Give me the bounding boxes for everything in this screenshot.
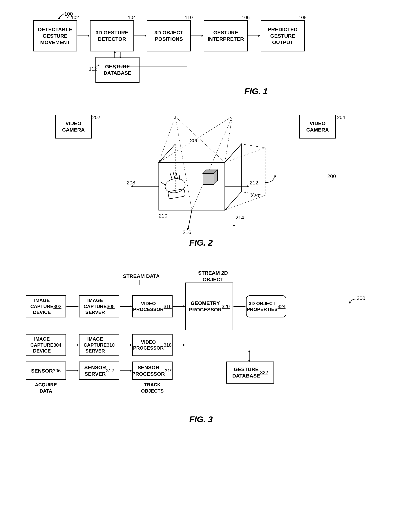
svg-marker-53 xyxy=(233,225,235,227)
svg-marker-6 xyxy=(145,35,147,37)
fig2-camera-left: VIDEOCAMERA xyxy=(55,115,92,139)
fig3-ics308: IMAGECAPTURESERVER 308 xyxy=(79,295,119,317)
fig3-sensorserver312: SENSORSERVER 312 xyxy=(79,361,119,380)
svg-marker-8 xyxy=(202,35,203,37)
fig1-ref-110: 110 xyxy=(185,15,193,20)
fig3-stream-data-label: STREAM DATA xyxy=(123,273,160,279)
svg-text:216: 216 xyxy=(183,229,191,235)
fig2-ref-204: 204 xyxy=(337,115,345,120)
fig3-sp319: SENSORPROCESSOR319 xyxy=(132,361,173,380)
svg-rect-44 xyxy=(168,189,186,199)
svg-line-39 xyxy=(170,173,172,180)
fig1-interpreter: GESTUREINTERPRETER xyxy=(204,20,248,51)
svg-text:220: 220 xyxy=(251,193,259,198)
fig3-arrow-vp316-geom xyxy=(173,304,186,309)
fig3-vp316: VIDEOPROCESSOR316 xyxy=(132,295,173,317)
svg-marker-24 xyxy=(225,144,241,210)
svg-marker-51 xyxy=(247,185,249,187)
fig2-section: 200 202 VIDEOCAMERA 204 VIDEOCAMERA xyxy=(15,111,387,248)
fig3-vp318: VIDEOPROCESSOR318 xyxy=(132,334,173,356)
svg-marker-78 xyxy=(130,344,132,346)
fig1-predicted: PREDICTEDGESTUREOUTPUT xyxy=(261,20,305,51)
svg-rect-45 xyxy=(203,173,214,184)
svg-line-32 xyxy=(159,116,175,162)
fig3-arrow-ss-sp xyxy=(119,368,132,374)
svg-marker-68 xyxy=(77,305,79,308)
fig1-arrow-2 xyxy=(134,33,147,38)
fig3-arrow-icd304-ics310 xyxy=(66,342,79,348)
svg-line-28 xyxy=(225,196,265,210)
fig3-arrow-geom-3dobj xyxy=(233,304,246,309)
svg-marker-74 xyxy=(244,305,246,308)
svg-marker-70 xyxy=(130,305,132,308)
svg-marker-84 xyxy=(130,370,132,372)
svg-line-37 xyxy=(192,116,232,210)
svg-text:214: 214 xyxy=(235,215,244,221)
fig1-ref-108: 108 xyxy=(299,15,307,20)
svg-marker-80 xyxy=(183,344,185,346)
fig2-camera-right: VIDEOCAMERA xyxy=(299,115,336,139)
fig1-section: 100 102 DETECTABLEGESTUREMOVEMENT 104 3 xyxy=(15,11,387,96)
svg-line-34 xyxy=(175,116,192,210)
svg-text:208: 208 xyxy=(127,180,135,185)
fig1-ref102-arrow xyxy=(66,15,72,19)
svg-marker-4 xyxy=(88,35,90,37)
svg-marker-19 xyxy=(115,67,116,69)
svg-line-40 xyxy=(173,172,175,179)
fig1-detector: 3D GESTUREDETECTOR xyxy=(90,20,134,51)
fig3-icd302: IMAGECAPTUREDEVICE 302 xyxy=(26,295,66,317)
fig3-arrow-icd302-ics308 xyxy=(66,304,79,309)
fig1-ref-106: 106 xyxy=(242,15,250,20)
fig3-3dobj324: 3D OBJECTPROPERTIES324 xyxy=(246,295,286,317)
svg-line-54 xyxy=(188,210,192,228)
fig3-arrow-vp318-geom xyxy=(173,342,186,348)
svg-marker-63 xyxy=(274,175,276,177)
fig1-positions: 3D OBJECTPOSITIONS xyxy=(147,20,191,51)
fig3-icd304: IMAGECAPTUREDEVICE 304 xyxy=(26,334,66,356)
svg-line-43 xyxy=(161,181,165,186)
fig3-gestdb322-container: GESTUREDATABASE 322 xyxy=(226,361,274,384)
svg-marker-23 xyxy=(159,144,241,162)
fig2-diagram: 206 208 210 212 214 216 220 xyxy=(118,111,284,249)
svg-marker-86 xyxy=(248,360,250,361)
fig1-ref-102: 102 xyxy=(71,15,79,20)
fig3-arrow-sensor-ss xyxy=(66,368,79,374)
fig3-gestdb322: GESTUREDATABASE 322 xyxy=(226,361,274,384)
svg-line-2 xyxy=(67,16,70,18)
svg-marker-87 xyxy=(248,350,250,352)
fig1-arrow-1 xyxy=(77,33,90,38)
fig3-title: FIG. 3 xyxy=(189,415,213,424)
fig3-arrow-ics310-vp318 xyxy=(119,342,132,348)
fig3-arrow-ics308-vp316 xyxy=(119,304,132,309)
svg-marker-72 xyxy=(183,305,185,308)
svg-marker-82 xyxy=(77,370,79,372)
svg-text:206: 206 xyxy=(190,138,199,143)
fig1-ref-104: 104 xyxy=(128,15,136,20)
fig1-arrow-interp-to-db xyxy=(95,51,187,84)
svg-text:212: 212 xyxy=(250,180,258,185)
fig1-arrow-4 xyxy=(248,33,261,38)
fig3-arrow-geom-gestdb xyxy=(247,350,254,361)
fig3-section: 300 STREAM DATA STREAM 2DOBJECTPROPERTIE… xyxy=(15,262,387,432)
svg-line-27 xyxy=(225,148,265,162)
fig3-geom320: GEOMETRYPROCESSOR320 xyxy=(186,283,233,330)
svg-marker-10 xyxy=(259,35,260,37)
fig3-track-label: TRACKOBJECTS xyxy=(141,382,164,394)
fig1-arrow-3 xyxy=(191,33,204,38)
fig3-acquire-label: ACQUIREDATA xyxy=(35,382,57,394)
fig3-ics310: IMAGECAPTURESERVER 310 xyxy=(79,334,119,356)
fig3-sensor306: SENSOR306 xyxy=(26,361,66,380)
fig2-ref-202: 202 xyxy=(92,115,100,120)
svg-line-30 xyxy=(241,144,265,148)
svg-line-33 xyxy=(175,116,225,162)
svg-line-41 xyxy=(176,173,178,179)
svg-text:210: 210 xyxy=(159,213,167,219)
fig1-detectable: DETECTABLEGESTUREMOVEMENT xyxy=(33,20,77,51)
svg-marker-76 xyxy=(77,344,79,346)
